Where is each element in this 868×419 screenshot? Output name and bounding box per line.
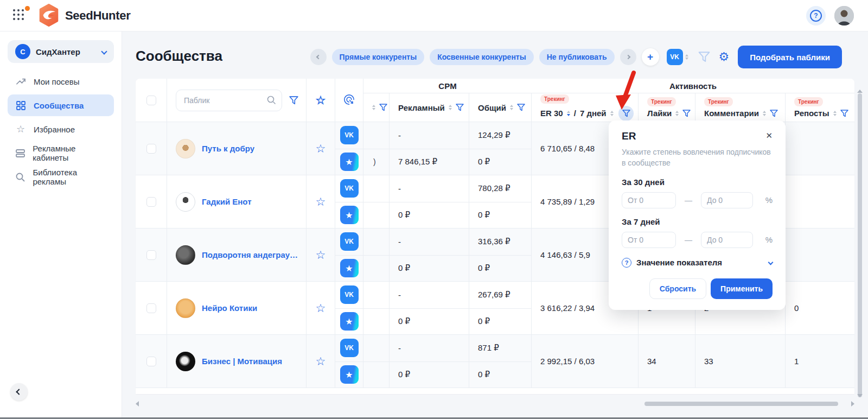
favorite-star-icon[interactable]: ☆ bbox=[316, 196, 326, 207]
public-search-input[interactable] bbox=[176, 90, 282, 111]
cpm-ad-value: 0 ₽ bbox=[390, 361, 469, 388]
community-avatar bbox=[176, 245, 195, 265]
sidebar-collapse-button[interactable] bbox=[10, 383, 28, 401]
help-icon[interactable]: ? bbox=[806, 6, 826, 26]
tags-scroll-right-button[interactable] bbox=[620, 49, 636, 65]
reposts-value bbox=[786, 175, 854, 228]
scroll-down-icon[interactable] bbox=[857, 394, 863, 407]
vertical-scrollbar-thumb[interactable] bbox=[858, 93, 862, 397]
topbar: SeedHunter ? bbox=[0, 0, 868, 31]
question-icon: ? bbox=[622, 258, 631, 268]
star-platform-icon[interactable]: ★ bbox=[340, 365, 359, 384]
vk-platform-icon[interactable]: VK bbox=[340, 232, 359, 251]
trend-icon bbox=[15, 77, 26, 86]
column-label: Рекламный bbox=[398, 103, 445, 112]
favorites-column-icon[interactable]: ☆ bbox=[316, 94, 326, 106]
vk-platform-icon[interactable]: VK bbox=[340, 339, 359, 357]
community-link[interactable]: Нейро Котики bbox=[202, 303, 257, 313]
sidebar-item-ad-library[interactable]: Библиотека рекламы bbox=[8, 166, 114, 188]
sort-icon[interactable] bbox=[675, 111, 679, 116]
scroll-left-icon[interactable] bbox=[136, 401, 139, 407]
reposts-value bbox=[786, 122, 854, 175]
column-filter-icon[interactable] bbox=[840, 110, 848, 117]
favorite-star-icon[interactable]: ☆ bbox=[316, 302, 326, 314]
tag-chip[interactable]: Косвенные конкуренты bbox=[430, 49, 534, 65]
sidebar-item-ad-cabinets[interactable]: Рекламные кабинеты bbox=[8, 142, 114, 164]
close-icon[interactable]: ✕ bbox=[765, 131, 773, 139]
apply-button[interactable]: Применить bbox=[711, 278, 773, 299]
chevron-down-icon bbox=[768, 260, 774, 265]
reset-button[interactable]: Сбросить bbox=[649, 278, 706, 299]
star-platform-icon[interactable]: ★ bbox=[340, 259, 359, 277]
cpm-ad-value: - bbox=[390, 228, 469, 255]
sidebar-item-communities[interactable]: Сообщества bbox=[8, 94, 114, 116]
scroll-up-icon[interactable] bbox=[857, 80, 863, 93]
community-link[interactable]: Путь к добру bbox=[202, 144, 254, 153]
column-filter-icon[interactable] bbox=[682, 110, 691, 117]
horizontal-scrollbar[interactable] bbox=[136, 400, 854, 408]
tag-chip[interactable]: Прямые конкуренты bbox=[332, 49, 425, 65]
column-filter-icon[interactable] bbox=[517, 104, 525, 111]
vk-platform-icon[interactable]: VK bbox=[340, 179, 359, 198]
favorite-star-icon[interactable]: ☆ bbox=[316, 355, 326, 367]
vertical-scrollbar[interactable] bbox=[857, 80, 863, 403]
add-tag-button[interactable]: + bbox=[642, 48, 659, 66]
column-label: Общий bbox=[478, 103, 506, 112]
sort-icon[interactable] bbox=[833, 111, 837, 116]
tag-chip[interactable]: Не публиковать bbox=[539, 49, 615, 65]
percent-sign: % bbox=[765, 235, 773, 244]
er30-from-input[interactable] bbox=[622, 192, 676, 208]
row-checkbox[interactable] bbox=[146, 144, 156, 154]
user-avatar[interactable] bbox=[834, 6, 854, 26]
community-link[interactable]: Подворотня андеграу… bbox=[202, 250, 298, 259]
row-checkbox[interactable] bbox=[146, 303, 156, 313]
er-filter-icon[interactable] bbox=[618, 106, 634, 121]
er7-from-input[interactable] bbox=[622, 232, 676, 248]
favorite-star-icon[interactable]: ☆ bbox=[316, 249, 326, 261]
community-link[interactable]: Бизнес | Мотивация bbox=[202, 357, 282, 366]
apps-grid-icon[interactable] bbox=[13, 9, 26, 22]
filter-icon[interactable] bbox=[698, 52, 710, 62]
reposts-value bbox=[786, 228, 854, 281]
name-filter-icon[interactable] bbox=[289, 96, 298, 105]
column-filter-icon[interactable] bbox=[456, 104, 464, 111]
sidebar-item-my-seedings[interactable]: Мои посевы bbox=[8, 71, 114, 92]
tracking-badge: Трекинг bbox=[704, 97, 733, 106]
sidebar-item-favorites[interactable]: ☆ Избранное bbox=[8, 118, 114, 140]
favorite-star-icon[interactable]: ☆ bbox=[316, 143, 326, 154]
star-platform-icon[interactable]: ★ bbox=[340, 206, 359, 224]
scroll-right-icon[interactable] bbox=[851, 401, 854, 407]
star-platform-icon[interactable]: ★ bbox=[340, 312, 359, 331]
brand[interactable]: SeedHunter bbox=[38, 4, 130, 28]
star-platform-icon[interactable]: ★ bbox=[340, 153, 359, 171]
row-checkbox[interactable] bbox=[146, 357, 156, 366]
column-filter-icon[interactable] bbox=[379, 104, 387, 111]
cpm-total-value: 0 ₽ bbox=[469, 361, 531, 388]
gear-icon[interactable]: ⚙ bbox=[719, 51, 730, 63]
sort-icon[interactable] bbox=[449, 105, 452, 110]
row-checkbox[interactable] bbox=[146, 250, 156, 260]
sort-icon[interactable] bbox=[510, 105, 513, 110]
er7-to-input[interactable] bbox=[701, 232, 753, 248]
account-switcher[interactable]: С СидХантер bbox=[8, 40, 114, 63]
select-all-checkbox[interactable] bbox=[146, 96, 156, 105]
tags-scroll-left-button[interactable] bbox=[310, 49, 327, 65]
sort-icon[interactable] bbox=[610, 111, 614, 116]
account-name: СидХантер bbox=[36, 47, 80, 56]
row-checkbox[interactable] bbox=[146, 197, 156, 207]
vk-platform-icon[interactable]: VK bbox=[340, 285, 359, 304]
sort-icon[interactable] bbox=[372, 105, 375, 110]
sort-icon[interactable] bbox=[685, 54, 688, 60]
column-filter-icon[interactable] bbox=[770, 110, 778, 117]
vk-network-toggle[interactable]: VK bbox=[667, 49, 688, 65]
community-link[interactable]: Гадкий Енот bbox=[202, 197, 252, 206]
sort-icon[interactable] bbox=[763, 111, 766, 116]
sort-icon[interactable] bbox=[567, 111, 570, 116]
table-row: Бизнес | Мотивация ☆ VK ★ - 0 ₽ 871 ₽ 0 … bbox=[136, 335, 854, 388]
click-target-icon[interactable] bbox=[343, 93, 355, 107]
select-publics-button[interactable]: Подобрать паблики bbox=[738, 46, 842, 68]
indicator-value-expander[interactable]: ? Значение показателя bbox=[622, 258, 773, 268]
er30-to-input[interactable] bbox=[701, 192, 753, 208]
vk-platform-icon[interactable]: VK bbox=[340, 126, 359, 144]
horizontal-scrollbar-thumb[interactable] bbox=[644, 402, 838, 406]
